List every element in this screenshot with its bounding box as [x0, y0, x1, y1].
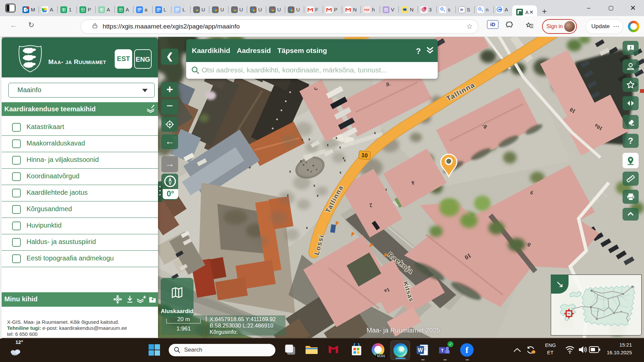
svg-text:Maa- ja Ruumiamet 2025: Maa- ja Ruumiamet 2025: [367, 326, 440, 334]
svg-text:10: 10: [361, 152, 368, 159]
svg-text:W: W: [418, 347, 423, 353]
svg-text:T: T: [441, 348, 444, 353]
